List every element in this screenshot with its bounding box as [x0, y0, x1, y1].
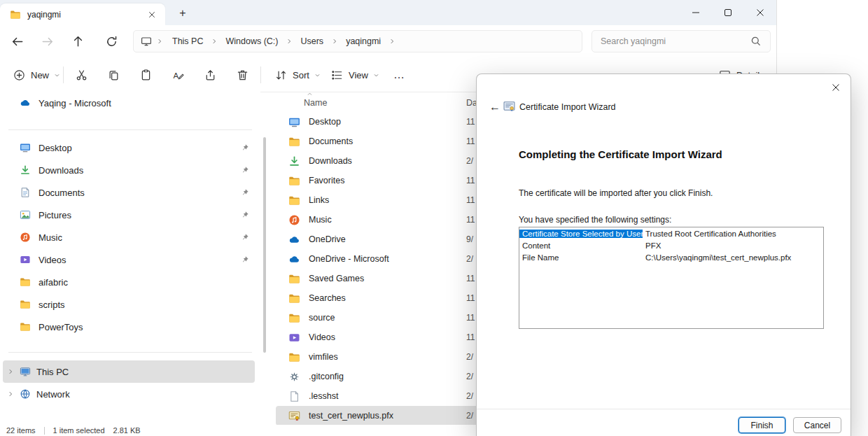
sidebar-item-this-pc[interactable]: This PC: [3, 360, 255, 383]
tab-yaqingmi[interactable]: yaqingmi: [0, 3, 165, 25]
more-options-button[interactable]: …: [386, 62, 412, 87]
settings-key: Content: [519, 241, 643, 250]
pin-icon: [241, 166, 249, 174]
settings-row[interactable]: ContentPFX: [519, 239, 823, 251]
breadcrumb-item[interactable]: This PC: [167, 34, 208, 48]
file-name: .gitconfig: [309, 372, 344, 381]
delete-button[interactable]: [228, 62, 256, 87]
sidebar-item-label: Music: [38, 232, 62, 243]
sidebar-item-downloads[interactable]: Downloads: [3, 159, 255, 181]
new-button[interactable]: New: [6, 62, 67, 87]
network-icon: [20, 388, 31, 400]
certificate-import-wizard-dialog: ← Certificate Import Wizard Completing t…: [476, 73, 851, 436]
folder-icon: [288, 351, 300, 363]
sidebar-scrollbar[interactable]: [263, 137, 266, 353]
copy-button[interactable]: [99, 62, 127, 87]
settings-row[interactable]: File NameC:\Users\yaqingmi\test_cert_new…: [519, 251, 823, 263]
onedrive-icon: [20, 97, 31, 108]
folder-icon: [288, 175, 300, 187]
rename-button[interactable]: A: [164, 62, 192, 87]
sidebar-item-desktop[interactable]: Desktop: [3, 136, 255, 159]
cancel-button[interactable]: Cancel: [793, 417, 841, 433]
dialog-back-button[interactable]: ←: [486, 99, 503, 115]
file-name: vimfiles: [309, 352, 338, 362]
sidebar-item-pictures[interactable]: Pictures: [3, 204, 255, 226]
sidebar-item-label: Network: [36, 389, 70, 400]
file-date: 2/: [466, 372, 473, 381]
view-button[interactable]: View: [323, 62, 386, 87]
expand-chevron-icon[interactable]: [7, 368, 14, 375]
folder-icon: [20, 299, 31, 310]
svg-text:A: A: [173, 71, 178, 79]
pin-icon: [241, 233, 249, 241]
breadcrumb-item[interactable]: yaqingmi: [341, 34, 386, 48]
column-header-name[interactable]: Name: [304, 98, 327, 108]
close-icon: [756, 8, 764, 17]
maximize-button[interactable]: [712, 0, 744, 25]
tab-title: yaqingmi: [27, 10, 138, 20]
folder-icon: [288, 293, 300, 304]
folder-icon: [20, 276, 31, 288]
breadcrumb-item[interactable]: Windows (C:): [220, 34, 283, 48]
file-name: source: [309, 313, 335, 323]
forward-icon: [41, 35, 54, 48]
forward-button[interactable]: [35, 31, 59, 52]
file-date: 2/: [466, 352, 473, 362]
file-icon: [288, 391, 300, 402]
selection-size: 2.81 KB: [113, 426, 141, 435]
chevron-down-icon: [54, 72, 60, 78]
settings-value: PFX: [643, 241, 823, 250]
new-tab-button[interactable]: +: [174, 5, 192, 22]
paste-button[interactable]: [132, 62, 160, 87]
maximize-icon: [724, 8, 732, 17]
close-button[interactable]: [744, 0, 776, 25]
sidebar-item-aifabric[interactable]: aifabric: [3, 271, 255, 293]
search-icon: [750, 36, 762, 47]
pin-icon: [241, 188, 249, 197]
folder-icon: [288, 195, 300, 206]
onedrive-icon: [288, 253, 300, 265]
onedrive-icon: [288, 234, 300, 246]
sidebar-item-videos[interactable]: Videos: [3, 248, 255, 271]
tab-close-icon[interactable]: [144, 7, 160, 22]
settings-table: Certificate Store Selected by UserTruste…: [519, 227, 824, 329]
refresh-button[interactable]: [99, 31, 123, 52]
sidebar-item-powertoys[interactable]: PowerToys: [3, 316, 255, 338]
search-box[interactable]: [592, 30, 771, 52]
finish-button[interactable]: Finish: [738, 417, 785, 433]
cut-icon: [75, 69, 88, 82]
back-button[interactable]: [6, 31, 29, 52]
address-bar[interactable]: This PCWindows (C:)Usersyaqingmi: [133, 30, 582, 52]
minimize-button[interactable]: [680, 0, 712, 25]
sort-button[interactable]: Sort: [267, 62, 328, 87]
expand-chevron-icon[interactable]: [7, 391, 14, 398]
settings-key: File Name: [519, 253, 643, 262]
file-date: 11: [466, 195, 475, 205]
chevron-right-icon: [156, 38, 163, 45]
sidebar-item-music[interactable]: Music: [3, 226, 255, 248]
folder-icon: [10, 9, 21, 20]
dialog-heading: Completing the Certificate Import Wizard: [519, 148, 722, 160]
sidebar-item-documents[interactable]: Documents: [3, 181, 255, 204]
file-date: 2/: [466, 411, 473, 421]
settings-row[interactable]: Certificate Store Selected by UserTruste…: [519, 227, 823, 239]
share-button[interactable]: [196, 62, 224, 87]
breadcrumb-item[interactable]: Users: [295, 34, 328, 48]
sidebar-item-network[interactable]: Network: [3, 383, 255, 405]
sidebar-item-label: Documents: [38, 188, 85, 198]
dialog-close-button[interactable]: [825, 78, 846, 97]
sort-button-label: Sort: [293, 70, 309, 80]
up-button[interactable]: [66, 31, 90, 52]
sidebar-item-onedrive[interactable]: Yaqing - Microsoft: [3, 92, 255, 114]
file-date: 11: [466, 332, 475, 342]
search-input[interactable]: [601, 36, 745, 46]
toolbar-divider: [260, 66, 261, 83]
pin-icon: [241, 143, 249, 152]
sidebar-item-label: PowerToys: [38, 322, 83, 332]
sidebar-item-label: aifabric: [38, 277, 68, 288]
sidebar-item-label: Desktop: [38, 143, 72, 153]
sidebar-item-scripts[interactable]: scripts: [3, 293, 255, 316]
up-icon: [71, 35, 85, 48]
cut-button[interactable]: [67, 62, 95, 87]
sort-ascending-icon: [307, 92, 313, 97]
